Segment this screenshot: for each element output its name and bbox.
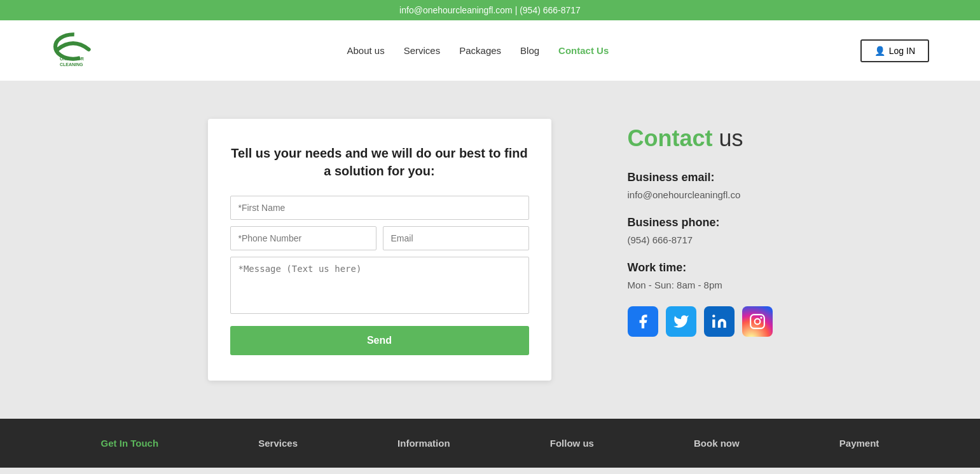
svg-text:CLEANING: CLEANING: [60, 62, 83, 67]
footer-payment: Payment: [839, 438, 880, 449]
form-heading: Tell us your needs and we will do our be…: [230, 144, 529, 180]
main-content: Tell us your needs and we will do our be…: [0, 81, 980, 419]
login-label: Log IN: [889, 46, 915, 56]
svg-point-5: [754, 319, 760, 325]
footer-follow-us: Follow us: [550, 438, 594, 449]
footer-get-in-touch: Get In Touch: [101, 438, 159, 449]
contact-info-section: Contact us Business email: info@onehourc…: [628, 119, 773, 337]
first-name-input[interactable]: [230, 196, 529, 220]
header: ONE HOUR CLEANING About us Services Pack…: [0, 20, 980, 81]
facebook-icon[interactable]: [628, 306, 658, 337]
business-email-label: Business email:: [628, 171, 773, 184]
svg-text:ONE HOUR: ONE HOUR: [60, 57, 84, 61]
svg-rect-4: [750, 315, 764, 328]
business-phone-value: (954) 666-8717: [628, 234, 773, 245]
twitter-icon[interactable]: [666, 306, 696, 337]
contact-form-card: Tell us your needs and we will do our be…: [208, 119, 551, 381]
svg-point-3: [712, 315, 715, 317]
instagram-icon[interactable]: [742, 306, 773, 337]
footer-services: Services: [258, 438, 298, 449]
footer-col-label-1: Services: [258, 438, 298, 449]
top-bar: info@onehourcleaningfl.com | (954) 666-8…: [0, 0, 980, 20]
footer-col-label-3: Follow us: [550, 438, 594, 449]
footer-col-label-2: Information: [397, 438, 450, 449]
work-time-value: Mon - Sun: 8am - 8pm: [628, 280, 773, 290]
logo[interactable]: ONE HOUR CLEANING: [51, 32, 95, 70]
footer: Get In Touch Services Information Follow…: [0, 419, 980, 468]
social-icons: [628, 306, 773, 337]
person-icon: 👤: [874, 46, 885, 56]
linkedin-icon[interactable]: [704, 306, 735, 337]
footer-col-label-4: Book now: [694, 438, 740, 449]
business-phone-label: Business phone:: [628, 216, 773, 229]
login-button[interactable]: 👤 Log IN: [860, 39, 929, 62]
contact-title: Contact us: [628, 125, 773, 152]
nav-services[interactable]: Services: [404, 45, 441, 56]
nav-blog[interactable]: Blog: [520, 45, 539, 56]
business-phone-section: Business phone: (954) 666-8717: [628, 216, 773, 245]
svg-point-6: [760, 316, 762, 318]
logo-icon: ONE HOUR CLEANING: [51, 32, 95, 70]
message-input[interactable]: [230, 257, 529, 314]
nav-contact[interactable]: Contact Us: [558, 45, 609, 56]
work-time-section: Work time: Mon - Sun: 8am - 8pm: [628, 261, 773, 290]
business-email-section: Business email: info@onehourcleaningfl.c…: [628, 171, 773, 200]
footer-col-label-0: Get In Touch: [101, 438, 159, 449]
phone-input[interactable]: [230, 226, 376, 250]
nav-packages[interactable]: Packages: [459, 45, 501, 56]
business-email-value: info@onehourcleaningfl.co: [628, 189, 773, 200]
nav-about[interactable]: About us: [347, 45, 384, 56]
footer-information: Information: [397, 438, 450, 449]
footer-book-now: Book now: [694, 438, 740, 449]
work-time-label: Work time:: [628, 261, 773, 274]
footer-col-label-5: Payment: [839, 438, 880, 449]
top-bar-text: info@onehourcleaningfl.com | (954) 666-8…: [399, 5, 581, 15]
send-button[interactable]: Send: [230, 326, 529, 355]
email-input[interactable]: [383, 226, 529, 250]
main-nav: About us Services Packages Blog Contact …: [347, 45, 609, 56]
